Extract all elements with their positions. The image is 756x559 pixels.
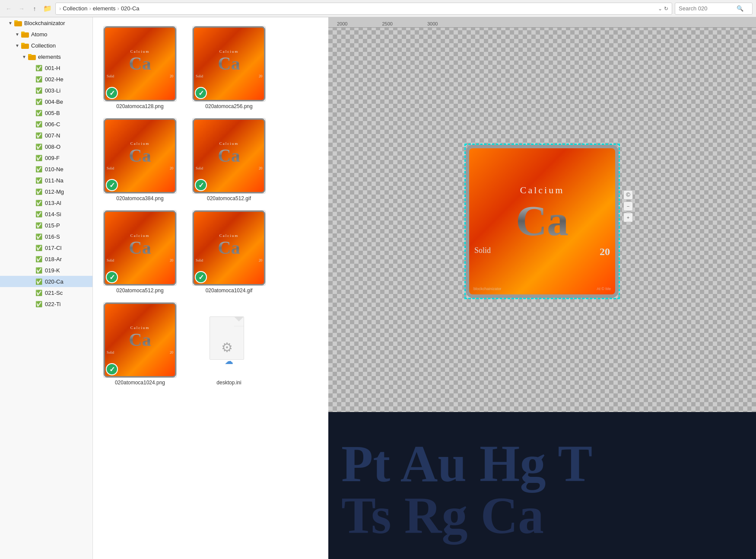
breadcrumb: › Collection › elements › 020-Ca ⌄ ↻ xyxy=(55,3,672,15)
right-panel: 2000 2500 3000 Calcium Ca Solid 20 xyxy=(328,17,756,559)
sidebar-item-004-be[interactable]: ✅ 004-Be xyxy=(0,96,92,107)
sidebar-item-elements[interactable]: ▼ elements xyxy=(0,51,92,62)
folder-icon: 📁 xyxy=(42,3,53,14)
side-icon-plus[interactable]: + xyxy=(623,213,633,222)
side-icon-minus[interactable]: − xyxy=(623,201,633,211)
sidebar-label-009f: 009-F xyxy=(45,155,60,161)
sidebar-item-013-al[interactable]: ✅ 013-Al xyxy=(0,197,92,208)
breadcrumb-020ca[interactable]: 020-Ca xyxy=(121,5,140,12)
check-icon: ✅ xyxy=(35,75,43,83)
file-name-label: 020atomoca1024.gif xyxy=(206,287,253,294)
breadcrumb-elements[interactable]: elements xyxy=(93,5,116,12)
spacer xyxy=(28,76,35,83)
folder-icon-elements xyxy=(28,52,36,61)
breadcrumb-sep1: › xyxy=(59,5,61,12)
element-state: Solid xyxy=(107,351,114,355)
sidebar-label-010ne: 010-Ne xyxy=(45,166,64,172)
list-item[interactable]: Calcium Ca Solid 20 ✓ 020atomoca256.png xyxy=(188,23,270,112)
sidebar-label-018ar: 018-Ar xyxy=(45,256,62,262)
element-number: 20 xyxy=(259,74,262,78)
list-item[interactable]: ⚙ ☁ desktop.ini xyxy=(188,300,270,388)
check-icon: ✅ xyxy=(35,120,43,128)
sidebar-label-002he: 002-He xyxy=(45,76,64,83)
breadcrumb-controls: ⌄ ↻ xyxy=(658,6,668,12)
forward-button[interactable]: → xyxy=(16,3,27,14)
sidebar-item-001-h[interactable]: ✅ 001-H xyxy=(0,62,92,73)
file-thumbnail-wrapper: Calcium Ca Solid 20 ✓ xyxy=(103,26,177,102)
sidebar-item-005-b[interactable]: ✅ 005-B xyxy=(0,107,92,118)
file-name-label: 020atomoca128.png xyxy=(116,103,163,109)
element-name-label: Calcium xyxy=(130,49,150,54)
preview-atomic-number: 20 xyxy=(600,246,610,258)
sidebar-item-002-he[interactable]: ✅ 002-He xyxy=(0,73,92,85)
sidebar-item-007-n[interactable]: ✅ 007-N xyxy=(0,130,92,141)
sidebar-label-019k: 019-K xyxy=(45,267,60,274)
breadcrumb-refresh[interactable]: ↻ xyxy=(664,6,668,12)
breadcrumb-sep3: › xyxy=(118,5,119,12)
element-name-label: Calcium xyxy=(219,49,239,54)
element-state: Solid xyxy=(196,166,203,170)
side-icon-copyright[interactable]: © xyxy=(623,190,633,200)
sidebar-label-006c: 006-C xyxy=(45,121,60,128)
sidebar-item-003-li[interactable]: ✅ 003-Li xyxy=(0,85,92,96)
expand-icon: ▼ xyxy=(7,19,14,26)
breadcrumb-dropdown[interactable]: ⌄ xyxy=(658,6,662,12)
sidebar-item-collection[interactable]: ▼ Collection xyxy=(0,40,92,51)
list-item[interactable]: Calcium Ca Solid 20 ✓ 020atomoca1024.gif xyxy=(188,208,270,296)
element-symbol: Ca xyxy=(218,239,240,257)
spacer xyxy=(28,211,35,217)
sidebar-item-017-cl[interactable]: ✅ 017-Cl xyxy=(0,242,92,253)
sidebar-label-atomo: Atomo xyxy=(31,31,48,38)
sidebar-item-020-ca[interactable]: ✅ 020-Ca xyxy=(0,276,92,287)
breadcrumb-collection[interactable]: Collection xyxy=(63,5,87,12)
check-icon: ✅ xyxy=(35,210,43,218)
check-icon: ✅ xyxy=(35,142,43,151)
list-item[interactable]: Calcium Ca Solid 20 ✓ 020atomoca512.png xyxy=(99,208,181,296)
list-item[interactable]: Calcium Ca Solid 20 ✓ 020atomoca1024.png xyxy=(99,300,181,388)
check-icon: ✅ xyxy=(35,165,43,173)
spacer xyxy=(28,98,35,105)
file-thumbnail: ⚙ ☁ xyxy=(192,302,266,378)
element-symbol: Ca xyxy=(218,147,240,165)
sidebar-item-010-ne[interactable]: ✅ 010-Ne xyxy=(0,163,92,175)
element-state: Solid xyxy=(107,74,114,78)
bg-elements-line2: Ts Rg Ca xyxy=(341,490,756,542)
element-number: 20 xyxy=(259,166,262,170)
back-button[interactable]: ← xyxy=(3,3,14,14)
sidebar-item-atomo[interactable]: ▼ Atomo xyxy=(0,29,92,40)
sidebar-item-012-mg[interactable]: ✅ 012-Mg xyxy=(0,186,92,197)
search-box[interactable]: 🔍 xyxy=(675,3,753,15)
check-badge: ✓ xyxy=(195,179,207,191)
sidebar-item-009-f[interactable]: ✅ 009-F xyxy=(0,152,92,163)
sidebar-item-019-k[interactable]: ✅ 019-K xyxy=(0,265,92,276)
address-bar: ← → ↑ 📁 › Collection › elements › 020-Ca… xyxy=(0,0,756,17)
element-number: 20 xyxy=(170,166,173,170)
check-icon: ✅ xyxy=(35,86,43,95)
sidebar-label-collection: Collection xyxy=(31,42,56,49)
search-input[interactable] xyxy=(679,5,735,12)
file-thumbnail-wrapper: Calcium Ca Solid 20 ✓ xyxy=(192,118,266,194)
preview-state: Solid xyxy=(474,246,491,258)
up-button[interactable]: ↑ xyxy=(29,3,40,14)
svg-rect-1 xyxy=(14,20,18,22)
sidebar-item-015-p[interactable]: ✅ 015-P xyxy=(0,220,92,231)
sidebar-item-014-si[interactable]: ✅ 014-Si xyxy=(0,208,92,220)
sidebar-item-blockchainizator[interactable]: ▼ Blockchainizator xyxy=(0,17,92,29)
spacer xyxy=(28,300,35,307)
spacer xyxy=(28,177,35,184)
sidebar-item-016-s[interactable]: ✅ 016-S xyxy=(0,231,92,242)
sidebar-item-018-ar[interactable]: ✅ 018-Ar xyxy=(0,253,92,265)
sidebar-item-008-o[interactable]: ✅ 008-O xyxy=(0,141,92,152)
sidebar-item-022-ti[interactable]: ✅ 022-Ti xyxy=(0,298,92,310)
element-name-label: Calcium xyxy=(219,141,239,146)
list-item[interactable]: Calcium Ca Solid 20 ✓ 020atomoca384.png xyxy=(99,115,181,204)
element-state: Solid xyxy=(196,74,203,78)
sidebar-item-011-na[interactable]: ✅ 011-Na xyxy=(0,175,92,186)
check-icon: ✅ xyxy=(35,97,43,106)
expand-icon: ▼ xyxy=(14,31,21,38)
sidebar-item-021-sc[interactable]: ✅ 021-Sc xyxy=(0,287,92,298)
list-item[interactable]: Calcium Ca Solid 20 ✓ 020atomoca128.png xyxy=(99,23,181,112)
sidebar-item-006-c[interactable]: ✅ 006-C xyxy=(0,118,92,130)
file-thumbnail-wrapper: Calcium Ca Solid 20 ✓ xyxy=(103,302,177,378)
list-item[interactable]: Calcium Ca Solid 20 ✓ 020atomoca512.gif xyxy=(188,115,270,204)
